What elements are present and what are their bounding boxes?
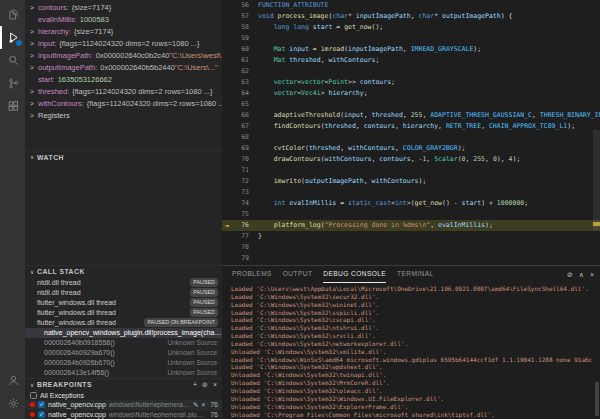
variable-row[interactable]: >outputImagePath:0x000002640b5b2440 "C:\…: [25, 62, 222, 74]
line-number[interactable]: 60: [232, 44, 258, 55]
code-line[interactable]: 66 adaptiveThreshold(input, threshed, 25…: [222, 110, 600, 121]
run-and-debug-icon[interactable]: [0, 26, 25, 49]
code-line[interactable]: 68: [222, 132, 600, 143]
remove-all-breakpoints-icon[interactable]: ×: [213, 381, 217, 389]
breakpoint-row[interactable]: ✓native_opencv.cppwindows\flutter\epheme…: [25, 410, 222, 419]
line-number[interactable]: 63: [232, 77, 258, 88]
line-number[interactable]: 58: [232, 22, 258, 33]
line-number[interactable]: 61: [232, 55, 258, 66]
code-text[interactable]: [258, 99, 600, 110]
line-number[interactable]: 73: [232, 187, 258, 198]
code-line[interactable]: 59: [222, 33, 600, 44]
tab-problems[interactable]: PROBLEMS: [232, 266, 272, 283]
code-text[interactable]: cvtColor(threshed, withContours, COLOR_G…: [258, 143, 600, 154]
line-number[interactable]: 71: [232, 165, 258, 176]
code-line[interactable]: 72 imwrite(outputImagePath, withContours…: [222, 176, 600, 187]
code-line[interactable]: 57void process_image(char* inputImagePat…: [222, 11, 600, 22]
line-number[interactable]: 57: [232, 11, 258, 22]
code-text[interactable]: [258, 132, 600, 143]
variable-row[interactable]: >Registers: [25, 110, 222, 122]
code-line[interactable]: 67 findContours(threshed, contours, hier…: [222, 121, 600, 132]
explorer-icon[interactable]: [0, 3, 25, 26]
variable-row[interactable]: evalInMillis:1000583: [25, 14, 222, 26]
call-stack-thread-row[interactable]: ntdll.dll threadPAUSED: [25, 288, 222, 298]
account-icon[interactable]: [0, 369, 25, 392]
code-line[interactable]: 64 vector<Vec4i> hierarchy;: [222, 88, 600, 99]
line-number[interactable]: 62: [232, 66, 258, 77]
variable-row[interactable]: >hierarchy:{size=7174}: [25, 26, 222, 38]
code-text[interactable]: vector<Vec4i> hierarchy;: [258, 88, 600, 99]
line-number[interactable]: 65: [232, 99, 258, 110]
code-line[interactable]: 65: [222, 99, 600, 110]
line-number[interactable]: 59: [232, 33, 258, 44]
breakpoint-row[interactable]: All Exceptions: [25, 391, 222, 401]
line-number[interactable]: 76: [232, 220, 258, 231]
line-number[interactable]: 56: [232, 0, 258, 11]
code-text[interactable]: adaptiveThreshold(input, threshed, 255, …: [258, 110, 600, 121]
code-line[interactable]: 60 Mat input = imread(inputImagePath, IM…: [222, 44, 600, 55]
code-editor[interactable]: 56FUNCTION_ATTRIBUTE57void process_image…: [222, 0, 600, 265]
line-number[interactable]: 68: [232, 132, 258, 143]
code-text[interactable]: [258, 187, 600, 198]
line-number[interactable]: 67: [232, 121, 258, 132]
code-text[interactable]: [258, 33, 600, 44]
code-line[interactable]: 78: [222, 242, 600, 253]
code-text[interactable]: vector<vector<Point>> contours;: [258, 77, 600, 88]
line-number[interactable]: 69: [232, 143, 258, 154]
variable-row[interactable]: >contours:{size=7174}: [25, 2, 222, 14]
code-text[interactable]: }: [258, 231, 600, 242]
line-number[interactable]: 77: [232, 231, 258, 242]
remove-breakpoint-icon[interactable]: ×: [201, 401, 205, 408]
add-function-breakpoint-icon[interactable]: +: [193, 381, 197, 389]
code-text[interactable]: long long start = get_now();: [258, 22, 600, 33]
line-number[interactable]: 64: [232, 88, 258, 99]
variable-row[interactable]: >threshed:{flags=1124024320 dims=2 rows=…: [25, 86, 222, 98]
call-stack-section-header[interactable]: ∨ CALL STACK: [25, 265, 222, 278]
code-text[interactable]: FUNCTION_ATTRIBUTE: [258, 0, 600, 11]
line-number[interactable]: 78: [232, 242, 258, 253]
breakpoint-checkbox[interactable]: [30, 392, 37, 399]
code-line[interactable]: 63 vector<vector<Point>> contours;: [222, 77, 600, 88]
collapse-panel-icon[interactable]: ∧: [579, 271, 584, 279]
code-line[interactable]: 75: [222, 209, 600, 220]
tab-debug-console[interactable]: DEBUG CONSOLE: [323, 266, 386, 283]
clear-console-icon[interactable]: ⊘: [567, 271, 573, 279]
variable-row[interactable]: >input:{flags=1124024320 dims=2 rows=108…: [25, 38, 222, 50]
code-text[interactable]: drawContours(withContours, contours, -1,…: [258, 154, 600, 165]
code-text[interactable]: findContours(threshed, contours, hierarc…: [258, 121, 600, 132]
code-text[interactable]: [258, 242, 600, 253]
extensions-icon[interactable]: [0, 95, 25, 118]
line-number[interactable]: 70: [232, 154, 258, 165]
editor-scrollbar[interactable]: [593, 130, 600, 230]
call-stack-frame-row[interactable]: 000002640b0918558()Unknown Source: [25, 338, 222, 348]
console-scrollbar[interactable]: [595, 382, 599, 416]
source-control-icon[interactable]: [0, 72, 25, 95]
line-number[interactable]: 75: [232, 209, 258, 220]
variable-row[interactable]: start:1635053126662: [25, 74, 222, 86]
search-icon[interactable]: [0, 49, 25, 72]
call-stack-frame-row[interactable]: 0000026413e14f56()Unknown Source: [25, 368, 222, 378]
code-line[interactable]: 70 drawContours(withContours, contours, …: [222, 154, 600, 165]
code-line[interactable]: 56FUNCTION_ATTRIBUTE: [222, 0, 600, 11]
debug-console-output[interactable]: Loaded 'C:\Users\west\AppData\Local\Micr…: [222, 283, 600, 419]
code-text[interactable]: void process_image(char* inputImagePath,…: [258, 11, 600, 22]
close-panel-icon[interactable]: ×: [590, 271, 594, 279]
tab-terminal[interactable]: TERMINAL: [397, 266, 434, 283]
call-stack-frame-row[interactable]: native_opencv_windows_plugin.dll!process…: [25, 328, 222, 338]
code-line[interactable]: 69 cvtColor(threshed, withContours, COLO…: [222, 143, 600, 154]
tab-output[interactable]: OUTPUT: [283, 266, 313, 283]
line-number[interactable]: 66: [232, 110, 258, 121]
code-text[interactable]: [258, 66, 600, 77]
call-stack-thread-row[interactable]: flutter_windows.dll threadPAUSED ON BREA…: [25, 318, 222, 328]
breakpoints-section-header[interactable]: ∨ BREAKPOINTS +⊘×: [25, 378, 222, 391]
code-text[interactable]: int evalInMillis = static_cast<int>(get_…: [258, 198, 600, 209]
call-stack-frame-row[interactable]: 00000264b0929a670()Unknown Source: [25, 348, 222, 358]
edit-breakpoint-icon[interactable]: ✎: [193, 401, 198, 409]
code-text[interactable]: imwrite(outputImagePath, withContours);: [258, 176, 600, 187]
line-number[interactable]: 74: [232, 198, 258, 209]
settings-gear-icon[interactable]: [0, 392, 25, 415]
call-stack-thread-row[interactable]: ntdll.dll threadPAUSED: [25, 278, 222, 288]
call-stack-thread-row[interactable]: flutter_windows.dll threadPAUSED: [25, 298, 222, 308]
code-text[interactable]: Mat input = imread(inputImagePath, IMREA…: [258, 44, 600, 55]
variable-row[interactable]: >withContours:{flags=1124024320 dims=2 r…: [25, 98, 222, 110]
